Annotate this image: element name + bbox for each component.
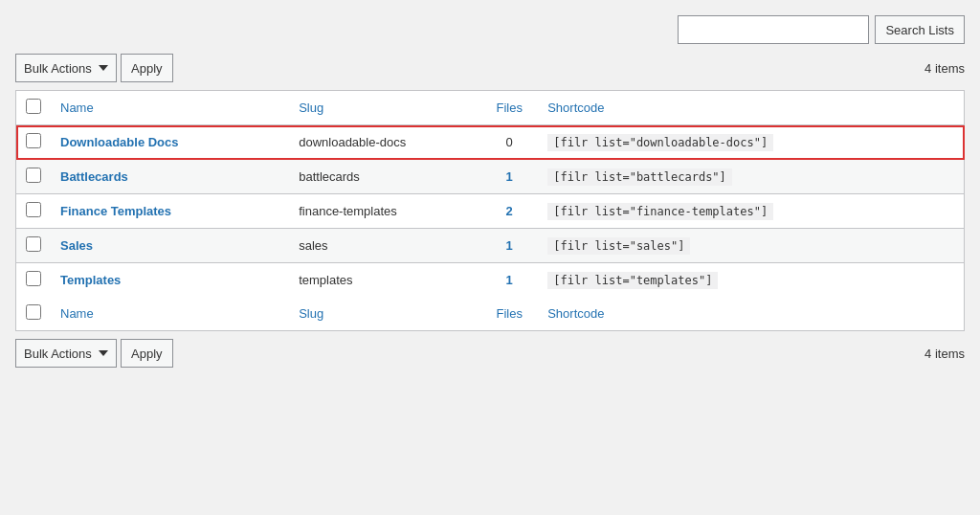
row-name-cell: Templates — [51, 263, 289, 298]
row-shortcode-code: [filr list="finance-templates"] — [547, 203, 773, 220]
page-wrapper: Search Lists Bulk Actions Apply 4 items … — [15, 15, 965, 368]
top-bar: Search Lists — [15, 15, 965, 44]
row-checkbox[interactable] — [26, 271, 41, 286]
row-shortcode-code: [filr list="sales"] — [547, 237, 690, 255]
items-count-top: 4 items — [924, 61, 965, 76]
row-name-cell: Sales — [51, 229, 289, 263]
row-checkbox-cell — [16, 194, 52, 229]
table-row: Templatestemplates1[filr list="templates… — [16, 263, 965, 298]
table-row: Finance Templatesfinance-templates2[filr… — [16, 194, 965, 229]
row-name-link[interactable]: Sales — [60, 238, 93, 253]
table-row: Downloadable Docsdownloadable-docs0[filr… — [16, 125, 965, 160]
row-name-cell: Downloadable Docs — [51, 125, 289, 160]
row-files-cell: 1 — [480, 160, 538, 194]
search-input[interactable] — [678, 15, 869, 44]
row-files-cell: 0 — [480, 125, 538, 160]
top-toolbar-left: Bulk Actions Apply — [15, 54, 173, 82]
row-slug-cell: sales — [289, 229, 480, 263]
row-slug-cell: finance-templates — [289, 194, 480, 229]
select-all-checkbox-bottom[interactable] — [26, 304, 41, 320]
row-files-cell: 1 — [480, 229, 538, 263]
row-shortcode-cell: [filr list="downloadable-docs"] — [538, 125, 964, 160]
top-toolbar: Bulk Actions Apply 4 items — [15, 54, 965, 82]
col-slug-header: Slug — [289, 91, 480, 125]
row-name-cell: Finance Templates — [51, 194, 289, 229]
bulk-actions-select-top[interactable]: Bulk Actions — [15, 54, 117, 82]
col-shortcode-header: Shortcode — [538, 91, 964, 125]
select-all-checkbox-top[interactable] — [26, 99, 41, 114]
search-button[interactable]: Search Lists — [875, 15, 965, 44]
col-name-footer[interactable]: Name — [51, 297, 289, 331]
table-row: Salessales1[filr list="sales"] — [16, 229, 965, 263]
row-shortcode-code: [filr list="downloadable-docs"] — [547, 134, 773, 151]
row-checkbox[interactable] — [26, 168, 41, 183]
col-files-header: Files — [480, 91, 538, 125]
bottom-toolbar: Bulk Actions Apply 4 items — [15, 339, 965, 368]
bulk-actions-select-bottom[interactable]: Bulk Actions — [15, 339, 117, 368]
row-name-link[interactable]: Finance Templates — [60, 204, 171, 218]
row-name-link[interactable]: Templates — [60, 273, 121, 287]
row-files-cell: 1 — [480, 263, 538, 298]
items-count-bottom: 4 items — [924, 347, 965, 361]
table-row: Battlecardsbattlecards1[filr list="battl… — [16, 160, 965, 194]
col-slug-footer: Slug — [289, 297, 480, 331]
row-checkbox[interactable] — [26, 202, 41, 217]
col-name-header[interactable]: Name — [51, 91, 289, 125]
col-files-footer: Files — [480, 297, 538, 331]
table-footer-header-row: Name Slug Files Shortcode — [16, 297, 965, 331]
row-slug-cell: downloadable-docs — [289, 125, 480, 160]
row-shortcode-code: [filr list="templates"] — [547, 272, 718, 289]
row-checkbox-cell — [16, 229, 52, 263]
table-body: Downloadable Docsdownloadable-docs0[filr… — [16, 125, 965, 298]
apply-button-top[interactable]: Apply — [121, 54, 173, 82]
row-checkbox[interactable] — [26, 133, 41, 148]
row-checkbox[interactable] — [26, 236, 41, 252]
col-check-header — [16, 91, 52, 125]
lists-table: Name Slug Files Shortcode Downloadable D… — [15, 90, 965, 331]
row-files-cell: 2 — [480, 194, 538, 229]
bottom-toolbar-left: Bulk Actions Apply — [15, 339, 173, 368]
row-name-link[interactable]: Downloadable Docs — [60, 135, 179, 149]
row-name-cell: Battlecards — [51, 160, 289, 194]
row-shortcode-cell: [filr list="templates"] — [538, 263, 964, 298]
row-shortcode-cell: [filr list="finance-templates"] — [538, 194, 964, 229]
row-checkbox-cell — [16, 125, 52, 160]
row-slug-cell: battlecards — [289, 160, 480, 194]
row-checkbox-cell — [16, 263, 52, 298]
col-check-footer — [16, 297, 52, 331]
row-shortcode-cell: [filr list="sales"] — [538, 229, 964, 263]
apply-button-bottom[interactable]: Apply — [121, 339, 173, 368]
row-name-link[interactable]: Battlecards — [60, 169, 128, 184]
table-header-row: Name Slug Files Shortcode — [16, 91, 965, 125]
row-slug-cell: templates — [289, 263, 480, 298]
row-checkbox-cell — [16, 160, 52, 194]
row-shortcode-code: [filr list="battlecards"] — [547, 168, 732, 186]
row-shortcode-cell: [filr list="battlecards"] — [538, 160, 964, 194]
col-shortcode-footer: Shortcode — [538, 297, 964, 331]
